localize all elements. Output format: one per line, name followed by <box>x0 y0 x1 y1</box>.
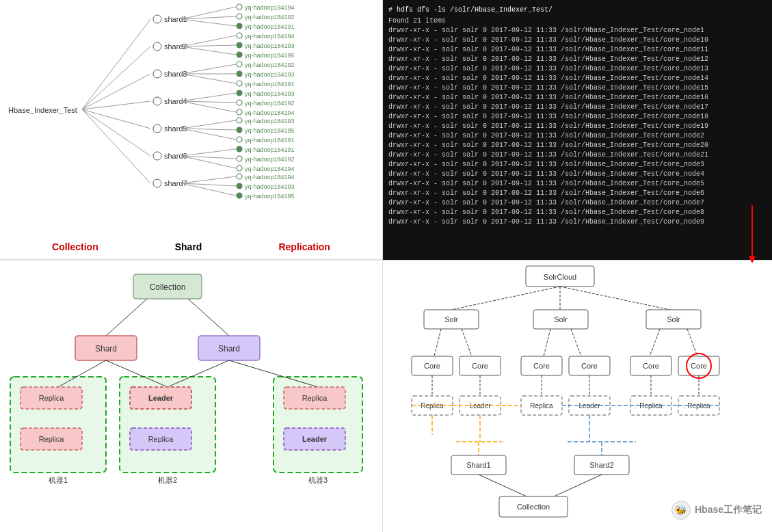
svg-text:Core: Core <box>472 362 488 370</box>
terminal-line: drwxr-xr-x - solr solr 0 2017-09-12 11:3… <box>388 198 767 208</box>
terminal-found: Found 21 items <box>388 16 767 26</box>
svg-point-35 <box>237 42 242 48</box>
svg-line-76 <box>181 183 236 186</box>
svg-text:yq-hadoop184192: yq-hadoop184192 <box>245 14 295 21</box>
svg-line-127 <box>434 329 441 356</box>
solrcloud-diagram-2: SolrCloud Solr Solr Solr Core Core <box>383 261 772 532</box>
svg-line-41 <box>181 74 236 83</box>
svg-line-49 <box>181 101 236 103</box>
svg-text:Replica: Replica <box>302 394 328 402</box>
svg-text:Solr: Solr <box>554 315 568 323</box>
tree-diagram: Hbase_Indexer_Test shard1 shard2 shard3 … <box>0 0 383 219</box>
svg-text:yq-hadoop184193: yq-hadoop184193 <box>245 90 295 97</box>
watermark-icon: 🐝 <box>671 501 691 520</box>
svg-text:Shard1: Shard1 <box>466 461 490 469</box>
svg-line-118 <box>451 287 560 310</box>
svg-text:Core: Core <box>533 362 550 370</box>
terminal-line: drwxr-xr-x - solr solr 0 2017-09-12 11:3… <box>388 83 767 93</box>
svg-text:Shard: Shard <box>218 344 240 354</box>
svg-text:yq-hadoop184194: yq-hadoop184194 <box>245 4 295 11</box>
terminal-line: drwxr-xr-x - solr solr 0 2017-09-12 11:3… <box>388 122 767 131</box>
terminal-line: drwxr-xr-x - solr solr 0 2017-09-12 11:3… <box>388 160 767 170</box>
label-replication: Replication <box>278 241 330 252</box>
svg-point-15 <box>153 124 161 133</box>
svg-line-39 <box>181 64 236 74</box>
svg-point-80 <box>237 183 242 189</box>
svg-line-128 <box>462 329 472 356</box>
svg-line-5 <box>82 109 150 156</box>
svg-text:yq-hadoop184195: yq-hadoop184195 <box>245 127 295 134</box>
svg-text:Replica: Replica <box>39 435 65 443</box>
terminal-cmd: # hdfs dfs -ls /solr/Hbase_Indexer_Test/ <box>388 5 767 15</box>
svg-point-37 <box>237 52 242 57</box>
svg-line-50 <box>181 101 236 112</box>
terminal-line: drwxr-xr-x - solr solr 0 2017-09-12 11:3… <box>388 93 767 103</box>
diagram-labels: Collection Shard Replication <box>0 241 382 252</box>
svg-text:Solr: Solr <box>444 315 458 323</box>
terminal-line: drwxr-xr-x - solr solr 0 2017-09-12 11:3… <box>388 170 767 179</box>
svg-text:Replica: Replica <box>530 402 553 410</box>
svg-point-64 <box>237 137 242 142</box>
svg-line-6 <box>82 109 150 183</box>
svg-point-26 <box>237 14 242 19</box>
svg-point-42 <box>237 62 242 67</box>
svg-point-60 <box>237 118 242 123</box>
solrcloud-diagram-1: Collection Shard Shard 机器1 机器2 机器3 Repli… <box>0 261 383 532</box>
svg-line-4 <box>82 109 150 129</box>
svg-line-48 <box>181 93 236 101</box>
svg-line-68 <box>181 156 236 168</box>
svg-text:Leader: Leader <box>302 435 328 443</box>
terminal-line: drwxr-xr-x - solr solr 0 2017-09-12 11:3… <box>388 103 767 112</box>
terminal-line: drwxr-xr-x - solr solr 0 2017-09-12 11:3… <box>388 189 767 198</box>
svg-text:yq-hadoop184193: yq-hadoop184193 <box>245 42 295 49</box>
svg-point-11 <box>153 70 161 78</box>
svg-point-53 <box>237 100 242 105</box>
svg-line-31 <box>181 45 236 46</box>
svg-point-28 <box>237 23 242 29</box>
terminal-output: drwxr-xr-x - solr solr 0 2017-09-12 11:3… <box>388 26 767 227</box>
svg-line-120 <box>560 287 670 310</box>
svg-text:Core: Core <box>581 362 598 370</box>
watermark-text: Hbase工作笔记 <box>695 504 762 516</box>
top-left-panel: Hbase_Indexer_Test shard1 shard2 shard3 … <box>0 0 383 260</box>
terminal-line: drwxr-xr-x - solr solr 0 2017-09-12 11:3… <box>388 64 767 74</box>
svg-point-33 <box>237 33 242 38</box>
svg-text:机器3: 机器3 <box>308 476 328 484</box>
svg-line-132 <box>687 329 697 356</box>
watermark: 🐝 Hbase工作笔记 <box>671 501 762 520</box>
svg-line-2 <box>82 74 150 109</box>
svg-text:Collection: Collection <box>517 503 550 511</box>
svg-line-67 <box>181 156 236 159</box>
svg-point-24 <box>237 4 242 10</box>
terminal-line: drwxr-xr-x - solr solr 0 2017-09-12 11:3… <box>388 55 767 64</box>
terminal-line: drwxr-xr-x - solr solr 0 2017-09-12 11:3… <box>388 208 767 217</box>
svg-line-0 <box>82 19 150 109</box>
red-arrow-svg <box>738 205 766 274</box>
svg-text:yq-hadoop184195: yq-hadoop184195 <box>245 193 295 200</box>
svg-text:Solr: Solr <box>667 315 680 323</box>
svg-text:yq-hadoop184194: yq-hadoop184194 <box>245 165 295 172</box>
svg-point-82 <box>237 193 242 198</box>
svg-point-19 <box>153 179 161 187</box>
svg-text:yq-hadoop184193: yq-hadoop184193 <box>245 183 295 190</box>
svg-text:Replica: Replica <box>148 435 174 443</box>
svg-line-77 <box>181 183 236 196</box>
svg-line-30 <box>181 36 236 46</box>
terminal-panel: # hdfs dfs -ls /solr/Hbase_Indexer_Test/… <box>383 0 772 260</box>
svg-text:机器1: 机器1 <box>49 476 68 484</box>
svg-text:机器2: 机器2 <box>158 476 177 484</box>
svg-text:Shard2: Shard2 <box>589 461 613 469</box>
svg-line-89 <box>188 299 229 336</box>
terminal-line: drwxr-xr-x - solr solr 0 2017-09-12 11:3… <box>388 141 767 150</box>
terminal-line: drwxr-xr-x - solr solr 0 2017-09-12 11:3… <box>388 45 767 55</box>
label-collection: Collection <box>52 241 98 252</box>
svg-point-44 <box>237 71 242 77</box>
svg-line-75 <box>181 176 236 183</box>
collection-node: Hbase_Indexer_Test <box>8 106 77 114</box>
svg-text:yq-hadoop184192: yq-hadoop184192 <box>245 156 295 163</box>
svg-point-78 <box>237 174 242 179</box>
svg-point-46 <box>237 81 242 86</box>
terminal-line: drwxr-xr-x - solr solr 0 2017-09-12 11:3… <box>388 112 767 122</box>
svg-line-131 <box>650 329 660 356</box>
terminal-line: drwxr-xr-x - solr solr 0 2017-09-12 11:3… <box>388 179 767 189</box>
